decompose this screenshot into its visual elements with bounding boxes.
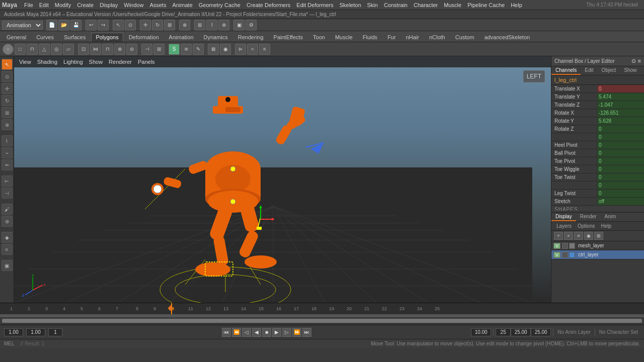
ch-val-translatez[interactable]: -1.047	[597, 101, 644, 109]
menu-display[interactable]: Display	[97, 2, 121, 8]
extrude-btn[interactable]: ⊡	[78, 44, 89, 55]
layer-row-ctrl[interactable]: V ctrl_layer	[551, 250, 644, 259]
ik-tool[interactable]: ⊣	[2, 188, 13, 199]
scale-tool[interactable]: ⊞	[2, 107, 13, 118]
ch-val-translatey[interactable]: 5.474	[597, 93, 644, 101]
panels-menu[interactable]: Panels	[135, 59, 158, 65]
channel-row-ballpivot[interactable]: Ball Pivot 0	[551, 149, 644, 157]
del-layer-btn[interactable]: ×	[564, 232, 573, 240]
layer-attr-btn[interactable]: ≡	[574, 232, 583, 240]
layer-all-btn[interactable]: ⊞	[594, 232, 603, 240]
save-btn[interactable]: 💾	[70, 20, 82, 31]
tab-muscle[interactable]: Muscle	[331, 33, 357, 42]
lstab-layers[interactable]: Layers	[553, 223, 575, 229]
layer-select-btn[interactable]: ◉	[584, 232, 593, 240]
rotate-btn[interactable]: ↻	[152, 20, 163, 31]
ctab-show[interactable]: Show	[620, 66, 640, 75]
channel-row-stretch[interactable]: Stretch off	[551, 198, 644, 206]
show-menu[interactable]: Show	[86, 59, 106, 65]
channel-row-rotatey[interactable]: Rotate Y 5.628	[551, 117, 644, 125]
open-btn[interactable]: 📂	[58, 20, 69, 31]
snap-curve-btn[interactable]: ⌇	[206, 20, 217, 31]
layer-frozen-ctrl[interactable]	[562, 252, 568, 258]
crease-btn[interactable]: ≋	[181, 44, 192, 55]
layer-frozen-mesh[interactable]	[562, 243, 568, 249]
tab-deformation[interactable]: Deformation	[124, 33, 164, 42]
tab-ncloth[interactable]: nCloth	[425, 33, 450, 42]
menu-skeleton[interactable]: Skeleton	[337, 2, 364, 8]
tab-curves[interactable]: Curves	[32, 33, 58, 42]
channel-row-heelpivot[interactable]: Heel Pivot 0	[551, 141, 644, 149]
tab-animation[interactable]: Animation	[165, 33, 198, 42]
channel-box-icon2[interactable]: ≡	[638, 58, 641, 64]
layer-vis-ctrl[interactable]: V	[553, 252, 560, 258]
ch-val-toewiggle[interactable]: 0	[597, 165, 644, 173]
move-tool[interactable]: ✛	[2, 83, 13, 94]
channel-row-legtwist[interactable]: Leg Twist 0	[551, 190, 644, 198]
lasso-btn[interactable]: ⊙	[125, 20, 136, 31]
tab-dynamics[interactable]: Dynamics	[199, 33, 232, 42]
duplicate-special-btn[interactable]: ⊞	[153, 44, 165, 55]
prev-frame-btn[interactable]: ◁	[242, 328, 251, 337]
tab-polygons[interactable]: Polygons	[91, 33, 123, 42]
ltab-render[interactable]: Render	[576, 213, 601, 221]
wireframe-btn[interactable]: ⊠	[208, 44, 219, 55]
menu-pipeline[interactable]: Pipeline Cache	[464, 2, 508, 8]
menu-assets[interactable]: Assets	[146, 2, 169, 8]
lighting-menu[interactable]: Lighting	[60, 59, 86, 65]
frame-start-input[interactable]	[4, 328, 23, 336]
tab-fur[interactable]: Fur	[383, 33, 400, 42]
bridge-btn[interactable]: ⋈	[90, 44, 101, 55]
ch-val-toetwist[interactable]: 0	[597, 173, 644, 181]
channel-row-translatez[interactable]: Translate Z -1.047	[551, 101, 644, 109]
menu-create[interactable]: Create	[74, 2, 97, 8]
render-btn[interactable]: ▣	[233, 20, 245, 31]
ltab-display[interactable]: Display	[551, 213, 576, 221]
timeline-scrollbar[interactable]	[2, 319, 642, 323]
menu-window[interactable]: Window	[121, 2, 146, 8]
tab-general[interactable]: General	[2, 33, 31, 42]
select-btn[interactable]: ↖	[113, 20, 124, 31]
menu-editdef[interactable]: Edit Deformers	[293, 2, 336, 8]
timeline-range[interactable]	[0, 314, 644, 317]
cube-btn[interactable]: □	[15, 44, 26, 55]
channel-row-translatey[interactable]: Translate Y 5.474	[551, 93, 644, 101]
channel-row-translatex[interactable]: Translate X 0	[551, 85, 644, 93]
harden-edge-btn[interactable]: ≡	[259, 44, 270, 55]
menu-edit[interactable]: Edit	[36, 2, 52, 8]
ch-val-rotatex[interactable]: -126.651	[597, 109, 644, 117]
tab-fluids[interactable]: Fluids	[358, 33, 382, 42]
ch-val-heelpivot[interactable]: 0	[597, 141, 644, 149]
new-scene-btn[interactable]: 📄	[46, 20, 57, 31]
shaded-btn[interactable]: ◉	[220, 44, 231, 55]
ctab-object[interactable]: Object	[598, 66, 620, 75]
sphere-btn[interactable]: ○	[3, 44, 14, 55]
lstab-options[interactable]: Options	[575, 223, 598, 229]
menu-muscle[interactable]: Muscle	[441, 2, 464, 8]
menu-file[interactable]: File	[21, 2, 36, 8]
tab-toon[interactable]: Toon	[308, 33, 330, 42]
cone-btn[interactable]: △	[39, 44, 50, 55]
timeline-track[interactable]: 1 2 3 4 5 6 7 8 9 10 11 12 13 14 15 16 1…	[0, 303, 644, 314]
redo-btn[interactable]: ↪	[98, 20, 109, 31]
menu-modify[interactable]: Modify	[52, 2, 74, 8]
snap-point-btn[interactable]: ⊕	[218, 20, 229, 31]
tab-custom[interactable]: Custom	[451, 33, 479, 42]
new-layer-btn[interactable]: +	[554, 232, 563, 240]
bevel-btn[interactable]: ⊓	[102, 44, 113, 55]
channel-row-rotatex[interactable]: Rotate X -126.651	[551, 109, 644, 117]
ctab-edit[interactable]: Edit	[581, 66, 597, 75]
timeline-scrollbar-thumb[interactable]	[2, 319, 642, 323]
render-settings-btn[interactable]: ⚙	[246, 20, 257, 31]
play-back-btn[interactable]: ◀	[252, 328, 261, 337]
ch-val-translatex[interactable]: 0	[597, 85, 644, 93]
undo-btn[interactable]: ↩	[86, 20, 97, 31]
plane-btn[interactable]: ▱	[63, 44, 74, 55]
set-key-tool[interactable]: ◆	[2, 232, 13, 243]
sculpt-btn[interactable]: ✎	[193, 44, 204, 55]
ch-val-toepivot[interactable]: 0	[597, 157, 644, 165]
ch-val-ballpivot[interactable]: 0	[597, 149, 644, 157]
step-back-btn[interactable]: ⏪	[232, 328, 241, 337]
channel-row-toetwist[interactable]: Toe Twist 0	[551, 173, 644, 182]
torus-btn[interactable]: ◎	[51, 44, 62, 55]
